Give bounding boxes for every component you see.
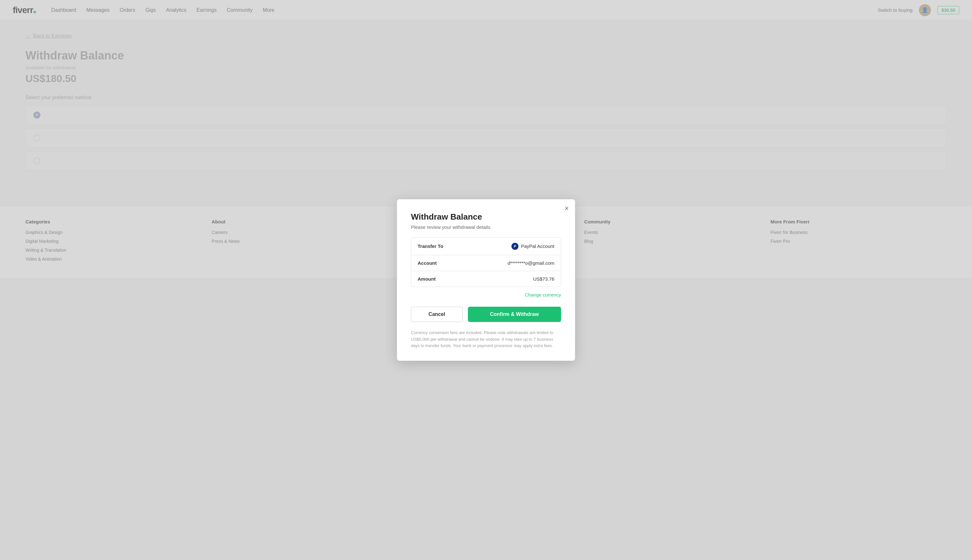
account-row: Account d********o@gmail.com — [411, 255, 561, 271]
transfer-to-row: Transfer To P PayPal Account — [411, 238, 561, 255]
modal-close-button[interactable]: × — [564, 205, 569, 212]
modal-subtitle: Please review your withdrawal details. — [411, 224, 561, 230]
disclaimer-text: Currency conversion fees are included. P… — [411, 330, 561, 349]
cancel-button[interactable]: Cancel — [411, 307, 463, 322]
confirm-withdraw-button[interactable]: Confirm & Withdraw — [468, 307, 561, 322]
withdraw-modal: × Withdraw Balance Please review your wi… — [397, 199, 575, 361]
amount-value: US$73.76 — [533, 276, 554, 282]
change-currency-row: Change currency — [411, 292, 561, 298]
change-currency-link[interactable]: Change currency — [525, 292, 561, 297]
withdrawal-details-box: Transfer To P PayPal Account Account d**… — [411, 237, 561, 287]
account-label: Account — [418, 260, 437, 266]
modal-overlay: × Withdraw Balance Please review your wi… — [0, 0, 972, 560]
amount-row: Amount US$73.76 — [411, 271, 561, 287]
transfer-to-value: P PayPal Account — [511, 243, 554, 250]
transfer-to-label: Transfer To — [418, 243, 443, 249]
amount-label: Amount — [418, 276, 436, 282]
transfer-to-text: PayPal Account — [521, 243, 554, 249]
paypal-logo-icon: P — [511, 243, 518, 250]
modal-buttons: Cancel Confirm & Withdraw — [411, 307, 561, 322]
account-value: d********o@gmail.com — [508, 260, 554, 266]
modal-title: Withdraw Balance — [411, 212, 561, 222]
